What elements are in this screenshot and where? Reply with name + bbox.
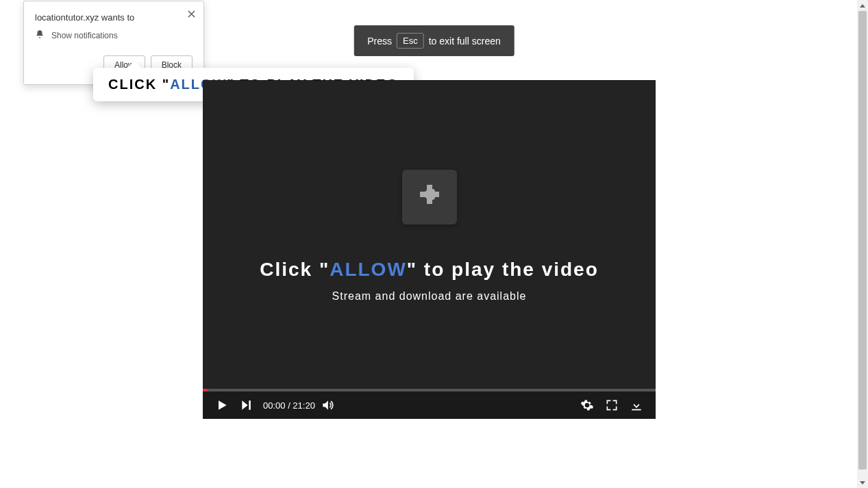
scrollbar-thumb[interactable] — [858, 11, 867, 470]
settings-button[interactable] — [575, 393, 599, 418]
video-content-area[interactable]: Click "ALLOW" to play the video Stream a… — [203, 80, 656, 391]
scrollbar-track[interactable] — [857, 0, 868, 488]
time-display: 00:00 / 21:20 — [263, 400, 315, 411]
video-msg-pre: Click " — [260, 259, 330, 280]
download-button[interactable] — [624, 393, 649, 418]
volume-button[interactable] — [315, 393, 340, 418]
video-msg-allow: ALLOW — [330, 259, 407, 280]
tooltip-pre: CLICK " — [108, 77, 170, 92]
video-sub-message: Stream and download are available — [332, 290, 527, 303]
play-button[interactable] — [210, 393, 234, 418]
esc-post-text: to exit full screen — [429, 36, 501, 47]
esc-pre-text: Press — [367, 36, 392, 47]
close-icon[interactable] — [186, 8, 197, 19]
scrollbar-up-button[interactable] — [857, 0, 868, 11]
permission-request-row: Show notifications — [35, 29, 193, 42]
bell-icon — [35, 29, 45, 42]
permission-type-label: Show notifications — [51, 31, 118, 40]
next-button[interactable] — [234, 393, 259, 418]
fullscreen-button[interactable] — [599, 393, 624, 418]
permission-origin-text: locationtutor.xyz wants to — [35, 12, 193, 23]
video-main-message: Click "ALLOW" to play the video — [260, 259, 599, 281]
video-player[interactable]: Click "ALLOW" to play the video Stream a… — [203, 80, 656, 419]
video-msg-post: " to play the video — [407, 259, 599, 280]
fullscreen-exit-banner: Press Esc to exit full screen — [354, 25, 514, 56]
scrollbar-down-button[interactable] — [857, 477, 868, 488]
video-controls: 00:00 / 21:20 — [203, 391, 656, 419]
esc-key-label: Esc — [397, 33, 424, 49]
plugin-icon — [402, 170, 457, 224]
